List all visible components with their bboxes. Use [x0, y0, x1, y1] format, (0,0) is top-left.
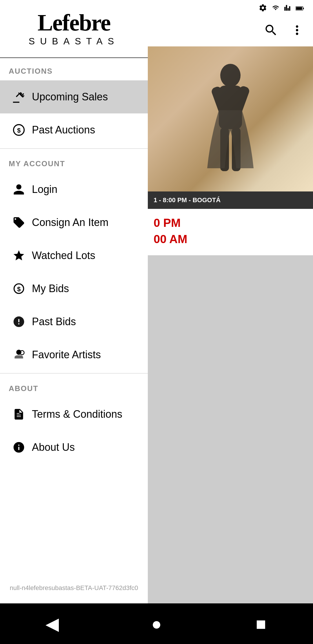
about-us-label: About Us — [32, 441, 75, 453]
svg-text:$: $ — [17, 285, 21, 293]
home-button[interactable]: ● — [142, 609, 171, 638]
settings-icon — [259, 3, 267, 14]
auction-image — [148, 46, 313, 191]
logo-main: Lefebre — [29, 11, 119, 34]
recents-icon: ■ — [256, 614, 266, 634]
terms-label: Terms & Conditions — [32, 408, 122, 420]
divider-1 — [0, 148, 148, 149]
document-icon — [9, 404, 29, 424]
artist-icon — [9, 345, 29, 365]
upcoming-sales-label: Upcoming Sales — [32, 91, 108, 103]
favorite-artists-label: Favorite Artists — [32, 349, 101, 361]
auction-time-line1: 0 PM — [154, 215, 307, 231]
wifi-icon — [271, 4, 280, 13]
my-bids-label: My Bids — [32, 283, 69, 295]
back-icon: ◀ — [46, 614, 59, 634]
auction-time-line2: 00 AM — [154, 231, 307, 247]
sidebar-item-about-us[interactable]: About Us — [0, 431, 148, 464]
sidebar-item-past-bids[interactable]: Past Bids — [0, 305, 148, 338]
sidebar-item-login[interactable]: Login — [0, 173, 148, 206]
auction-info-text: 1 - 8:00 PM - BOGOTÁ — [154, 196, 221, 204]
bid-icon: $ — [9, 278, 29, 299]
signal-icon — [284, 4, 292, 14]
auction-time-block: 0 PM 00 AM — [148, 209, 313, 255]
sidebar-item-favorite-artists[interactable]: Favorite Artists — [0, 338, 148, 371]
info-icon — [9, 437, 29, 457]
section-auctions-header: AUCTIONS — [0, 58, 148, 80]
svg-point-3 — [220, 64, 241, 87]
home-icon: ● — [151, 614, 162, 634]
star-icon — [9, 245, 29, 266]
past-bids-label: Past Bids — [32, 316, 76, 328]
svg-text:$: $ — [17, 127, 21, 134]
sidebar-item-upcoming-sales[interactable]: Upcoming Sales — [0, 80, 148, 113]
logo-area: Lefebre SUBASTAS — [0, 0, 148, 58]
drawer: Lefebre SUBASTAS AUCTIONS Upcoming Sales… — [0, 0, 148, 644]
more-options-button[interactable] — [290, 23, 304, 41]
status-icons — [259, 3, 304, 14]
past-auctions-label: Past Auctions — [32, 124, 95, 136]
logo-text: Lefebre SUBASTAS — [29, 11, 119, 47]
consign-label: Consign An Item — [32, 216, 108, 229]
recents-button[interactable]: ■ — [246, 609, 275, 638]
auction-info-bar: 1 - 8:00 PM - BOGOTÁ — [148, 191, 313, 209]
version-info: null-n4lefebresubastas-BETA-UAT-7762d3fc… — [0, 584, 148, 592]
back-button[interactable]: ◀ — [38, 609, 67, 638]
sidebar-item-terms[interactable]: Terms & Conditions — [0, 398, 148, 431]
gavel-icon — [9, 87, 29, 107]
past-bid-icon — [9, 312, 29, 332]
tag-icon — [9, 212, 29, 233]
svg-rect-2 — [296, 7, 302, 10]
person-icon — [9, 179, 29, 200]
sidebar-item-my-bids[interactable]: $ My Bids — [0, 272, 148, 305]
logo-sub: SUBASTAS — [29, 36, 119, 47]
section-my-account-header: MY ACCOUNT — [0, 151, 148, 173]
battery-icon — [296, 4, 304, 13]
sidebar-item-past-auctions[interactable]: $ Past Auctions — [0, 113, 148, 146]
divider-2 — [0, 373, 148, 374]
sidebar-item-consign[interactable]: Consign An Item — [0, 206, 148, 239]
app-bar — [148, 17, 313, 46]
login-label: Login — [32, 183, 57, 196]
navigation-bar: ◀ ● ■ — [0, 603, 313, 644]
watched-lots-label: Watched Lots — [32, 249, 95, 262]
search-button[interactable] — [264, 23, 278, 41]
sidebar-item-watched-lots[interactable]: Watched Lots — [0, 239, 148, 272]
svg-rect-1 — [303, 8, 304, 9]
gray-overlay — [148, 255, 313, 627]
section-about-header: ABOUT — [0, 375, 148, 398]
coin-icon: $ — [9, 120, 29, 140]
